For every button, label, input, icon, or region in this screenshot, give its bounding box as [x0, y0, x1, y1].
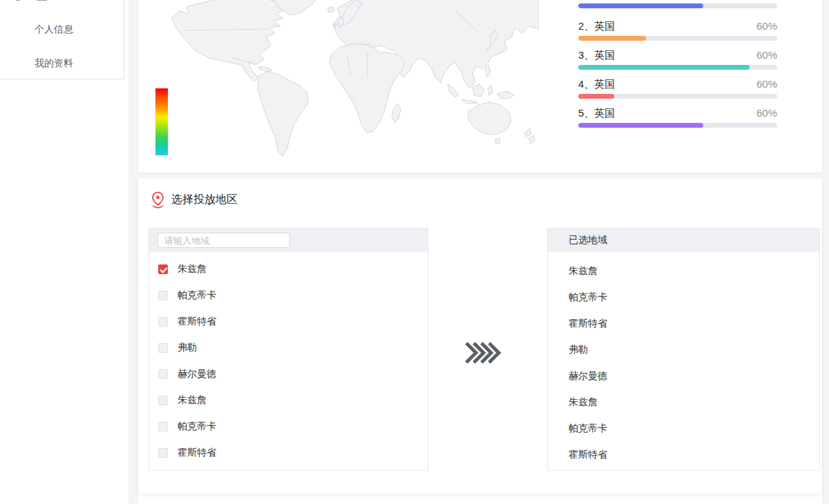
region-option-label: 弗勒	[178, 342, 197, 354]
ranking-row	[578, 3, 777, 8]
right-gutter	[822, 0, 829, 504]
progress-fill	[578, 123, 703, 128]
selected-region-item[interactable]: 朱兹詹	[548, 389, 819, 415]
region-option[interactable]: 弗勒	[149, 335, 428, 361]
selected-region-item[interactable]: 弗勒	[548, 336, 819, 362]
selected-region-item[interactable]: 赫尔曼德	[548, 362, 819, 389]
progress-fill	[578, 3, 703, 8]
checkbox-icon[interactable]	[158, 396, 168, 405]
left-gutter	[128, 0, 138, 504]
region-option-label: 朱兹詹	[178, 394, 207, 407]
region-option[interactable]: 帕克蒂卡	[149, 282, 428, 309]
ranking-row: 4、英国 60%	[578, 79, 777, 99]
selected-region-item[interactable]: 帕克蒂卡	[548, 415, 819, 441]
ranking-label: 3、英国	[578, 50, 615, 61]
location-pin-icon	[151, 191, 165, 209]
clipped-menu-text	[37, 0, 47, 1]
checkbox-icon[interactable]	[158, 343, 168, 353]
progress-fill	[578, 94, 614, 99]
region-search-input[interactable]	[158, 233, 290, 248]
region-option[interactable]: 朱兹詹	[149, 387, 428, 414]
progress-track	[578, 65, 777, 70]
selected-region-item[interactable]: 霍斯特省	[548, 441, 819, 467]
selected-region-item[interactable]: 霍斯特省	[548, 310, 819, 336]
region-select-card: 选择投放地区 朱兹詹 帕克蒂卡 霍斯特省 弗勒	[138, 178, 822, 494]
region-option-label: 帕克蒂卡	[178, 420, 216, 433]
progress-track	[578, 3, 777, 8]
ranking-percent: 60%	[756, 21, 777, 32]
ranking-label: 4、英国	[578, 79, 615, 90]
progress-track	[578, 123, 777, 128]
map-color-scale-legend	[155, 88, 168, 155]
selected-panel-header: 已选地域	[548, 229, 819, 252]
region-option-label: 帕克蒂卡	[178, 289, 216, 302]
ranking-row: 3、英国 60%	[578, 50, 777, 70]
ranking-row: 5、英国 60%	[578, 108, 777, 128]
selected-region-item[interactable]: 帕克蒂卡	[548, 284, 819, 310]
region-option[interactable]: 帕克蒂卡	[149, 414, 428, 440]
progress-track	[578, 94, 777, 99]
checkbox-icon[interactable]	[158, 422, 168, 432]
ranking-percent: 60%	[756, 108, 777, 119]
region-option-label: 赫尔曼德	[178, 368, 216, 380]
selected-region-panel: 已选地域 朱兹詹 帕克蒂卡 霍斯特省 弗勒 赫尔曼德 朱兹詹 帕克蒂卡 霍斯特省	[547, 228, 820, 471]
ranking-row: 2、英国 60%	[578, 21, 777, 41]
source-region-panel: 朱兹詹 帕克蒂卡 霍斯特省 弗勒 赫尔曼德 朱兹詹	[149, 228, 428, 471]
sidebar: 个人信息 我的资料	[0, 0, 124, 79]
selected-panel-title: 已选地域	[548, 234, 607, 246]
section-title: 选择投放地区	[171, 193, 238, 207]
world-map	[166, 0, 539, 162]
region-option[interactable]: 霍斯特省	[149, 309, 428, 335]
region-option-label: 朱兹詹	[178, 263, 207, 275]
checkbox-icon[interactable]	[158, 448, 168, 458]
ranking-label: 5、英国	[578, 108, 615, 119]
clipped-menu-text	[16, 0, 20, 1]
progress-fill	[578, 65, 750, 70]
source-panel-header	[149, 229, 428, 252]
region-option-list: 朱兹詹 帕克蒂卡 霍斯特省 弗勒 赫尔曼德 朱兹詹	[149, 252, 428, 466]
ranking-label: 2、英国	[578, 21, 615, 32]
map-ranking-card: 2、英国 60% 3、英国 60% 4、英国 60% 5、英国 60%	[138, 0, 822, 173]
progress-fill	[578, 36, 646, 41]
checkbox-icon[interactable]	[158, 317, 168, 327]
checkbox-icon[interactable]	[158, 369, 168, 379]
progress-track	[578, 36, 777, 41]
region-option[interactable]: 赫尔曼德	[149, 361, 428, 387]
selected-region-item[interactable]: 朱兹詹	[548, 258, 819, 284]
sidebar-item-my-profile[interactable]: 我的资料	[35, 56, 73, 70]
region-option[interactable]: 霍斯特省	[149, 440, 428, 466]
ranking-percent: 60%	[756, 50, 777, 61]
sidebar-item-personal-info[interactable]: 个人信息	[35, 22, 73, 36]
region-option-label: 霍斯特省	[178, 447, 216, 459]
section-header: 选择投放地区	[151, 191, 238, 209]
ranking-percent: 60%	[756, 79, 777, 90]
checkbox-icon[interactable]	[158, 264, 168, 274]
selected-region-list: 朱兹詹 帕克蒂卡 霍斯特省 弗勒 赫尔曼德 朱兹詹 帕克蒂卡 霍斯特省	[548, 252, 819, 467]
transfer-arrows-icon[interactable]	[464, 341, 503, 365]
checkbox-icon[interactable]	[158, 291, 168, 300]
region-option[interactable]: 朱兹詹	[149, 256, 428, 282]
region-option-label: 霍斯特省	[178, 316, 216, 328]
